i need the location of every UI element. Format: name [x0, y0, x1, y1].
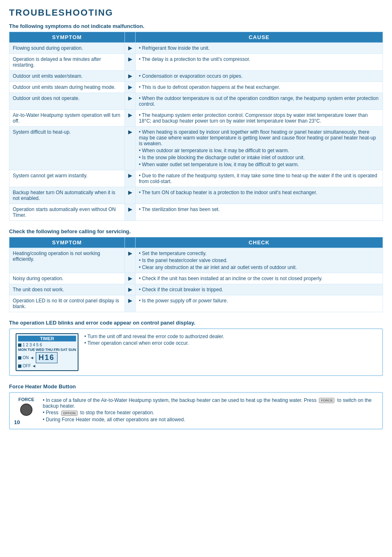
table-row: Operation LED is no lit or control panel… [9, 295, 125, 312]
section2-block: Check the following before calling for s… [9, 228, 383, 312]
table-row: • The heatpump system enter protection c… [136, 110, 383, 127]
section1-block: The following symptoms do not indicate m… [9, 23, 383, 221]
table-row: • The sterilization timer has been set. [136, 204, 383, 221]
force-btn[interactable]: FORCE [319, 398, 334, 403]
section4-bullet1: In case of a failure of the Air-to-Water… [43, 397, 376, 409]
table-row: • Due to the nature of the heatpump syst… [136, 170, 383, 187]
section2-header: Check the following before calling for s… [9, 228, 383, 234]
section4-bullet2: Press OFF/ON to stop the force heater op… [43, 409, 376, 416]
table-row: • Is the power supply off or power failu… [136, 295, 383, 312]
page-number: 10 [14, 419, 20, 425]
arrow-icon: ▶ [125, 284, 135, 295]
table-row: • The delay is a protection to the unit'… [136, 54, 383, 71]
table-row: Heating/cooling operation is not working… [9, 248, 125, 273]
table-row: Operation starts automatically even with… [9, 204, 125, 221]
force-icon-container: FORCE [16, 397, 37, 416]
check-col-header: CHECK [136, 237, 383, 248]
timer-on-label: ON ◄ [23, 355, 34, 360]
force-label: FORCE [18, 397, 35, 402]
table-row: • Refrigerant flow inside the unit. [136, 43, 383, 54]
table-row: System cannot get warm instantly. [9, 170, 125, 187]
table-row: Air-to-Water Heatpump system operation w… [9, 110, 125, 127]
table-row: • Check if the circuit breaker is trippe… [136, 284, 383, 295]
arrow-icon: ▶ [125, 204, 135, 221]
arrow-icon: ▶ [125, 71, 135, 82]
table-row: Flowing sound during operation. [9, 43, 125, 54]
force-box: FORCE In case of a failure of the Air-to… [16, 397, 376, 423]
section4-bullet3: During Force Heater mode, all other oper… [43, 416, 376, 423]
section4-block: Force Heater Mode Button FORCE In case o… [9, 383, 383, 429]
section4-header: Force Heater Mode Button [9, 383, 383, 390]
section3-header: The operation LED blinks and error code … [9, 320, 383, 326]
arrow-icon: ▶ [125, 43, 135, 54]
symptom-col-header: SYMPTOM [9, 32, 125, 43]
table-row: • Set the temperature correctly.• Is the… [136, 248, 383, 273]
table-row: • When heating is operated by indoor uni… [136, 127, 383, 170]
arrow-icon: ▶ [125, 187, 135, 204]
section3-bullet2: Timer operation cancel when error code o… [84, 340, 224, 346]
timer-title: TIMER [18, 336, 76, 341]
table-row: Backup heater turn ON automatically when… [9, 187, 125, 204]
section2-table: SYMPTOM CHECK Heating/cooling operation … [9, 237, 383, 312]
arrow-icon: ▶ [125, 170, 135, 187]
table-row: The unit does not work. [9, 284, 125, 295]
section3-bullet1: Turn the unit off and reveal the error c… [84, 333, 224, 340]
table-row: System difficult to heat-up. [9, 127, 125, 170]
off-on-btn[interactable]: OFF/ON [61, 411, 78, 416]
section4-info-box: FORCE In case of a failure of the Air-to… [9, 392, 383, 429]
page-title: TROUBLESHOOTING [9, 7, 383, 18]
table-row: • Condensation or evaporation occurs on … [136, 71, 383, 82]
arrow-icon: ▶ [125, 82, 135, 93]
timer-off-label: OFF ◄ [23, 364, 36, 368]
arrow-icon: ▶ [125, 127, 135, 170]
table-row: Operation is delayed a few minutes after… [9, 54, 125, 71]
cause-col-header: CAUSE [136, 32, 383, 43]
section1-table: SYMPTOM CAUSE Flowing sound during opera… [9, 32, 383, 221]
section3-block: The operation LED blinks and error code … [9, 320, 383, 376]
section4-text: In case of a failure of the Air-to-Water… [43, 397, 376, 423]
timer-display-box: TIMER 1 2 3 4 5 6 MONTUEWEDTHUFRISATSUN … [16, 333, 78, 371]
table-row: • The turn ON of backup heater is a prot… [136, 187, 383, 204]
table-row: • Check if the unit has been installed a… [136, 273, 383, 284]
arrow-icon: ▶ [125, 248, 135, 273]
section3-info-box: TIMER 1 2 3 4 5 6 MONTUEWEDTHUFRISATSUN … [9, 328, 383, 376]
arrow-icon: ▶ [125, 54, 135, 71]
table-row: Outdoor unit emits steam during heating … [9, 82, 125, 93]
table-row: Outdoor unit does not operate. [9, 93, 125, 110]
section3-text: Turn the unit off and reveal the error c… [84, 333, 224, 346]
timer-nums: 1 2 3 4 5 6 [23, 343, 42, 347]
timer-days: MONTUEWEDTHUFRISATSUN [18, 348, 76, 352]
force-circle [20, 404, 32, 416]
section1-header: The following symptoms do not indicate m… [9, 23, 383, 29]
timer-time-display: H16 [36, 352, 58, 363]
table-row: • This is due to defrost operation happe… [136, 82, 383, 93]
arrow-icon: ▶ [125, 295, 135, 312]
table-row: Outdoor unit emits water/steam. [9, 71, 125, 82]
table-row: Noisy during operation. [9, 273, 125, 284]
table-row: • When the outdoor temperature is out of… [136, 93, 383, 110]
arrow-icon: ▶ [125, 93, 135, 110]
arrow-icon: ▶ [125, 110, 135, 127]
symptom-col2-header: SYMPTOM [9, 237, 125, 248]
arrow-icon: ▶ [125, 273, 135, 284]
